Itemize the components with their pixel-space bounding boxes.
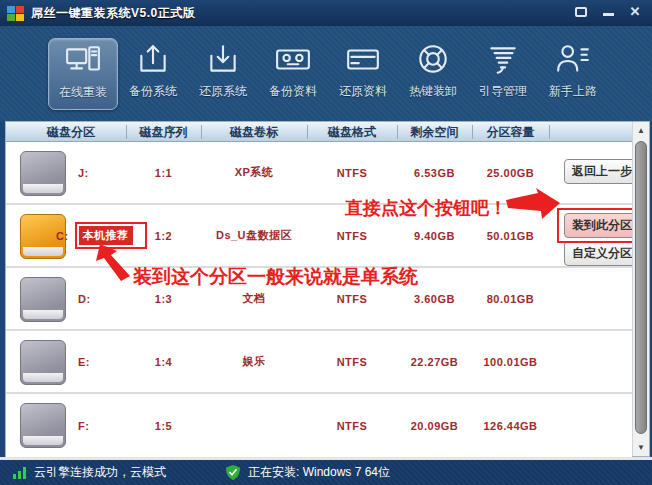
install-status-text: 正在安装: Windows 7 64位 bbox=[248, 464, 390, 481]
close-icon: ✕ bbox=[630, 5, 641, 18]
toolbar-item-label: 新手上路 bbox=[549, 83, 597, 100]
toolbar-item-label: 热键装卸 bbox=[409, 83, 457, 100]
volume-label: 娱乐 bbox=[201, 331, 307, 392]
capacity: 25.00GB bbox=[472, 142, 549, 203]
scrollbar-down-arrow[interactable]: ▼ bbox=[633, 440, 649, 455]
disk-serial: 1:5 bbox=[126, 394, 201, 457]
partition-row-e[interactable]: E: 1:4 娱乐 NTFS 22.27GB 100.01GB bbox=[6, 331, 632, 394]
signal-bars-icon bbox=[13, 467, 26, 479]
free-space: 6.53GB bbox=[397, 142, 472, 203]
disk-format: NTFS bbox=[307, 331, 397, 392]
statusbar: 云引擎连接成功，云模式 正在安装: Windows 7 64位 bbox=[0, 460, 652, 485]
cloud-status-text: 云引擎连接成功，云模式 bbox=[34, 464, 166, 481]
drive-icon bbox=[20, 403, 66, 448]
drive-icon bbox=[20, 151, 66, 196]
custom-partition-button[interactable]: 自定义分区 bbox=[564, 241, 640, 266]
minimize-button[interactable] bbox=[599, 4, 617, 19]
capacity: 50.01GB bbox=[472, 205, 549, 266]
partition-row-j[interactable]: J: 1:1 XP系统 NTFS 6.53GB 25.00GB 返回上一步 bbox=[6, 142, 632, 205]
toolbar-item-online-reinstall[interactable]: 在线重装 bbox=[48, 38, 118, 110]
close-button[interactable]: ✕ bbox=[626, 4, 644, 19]
volume-label bbox=[201, 394, 307, 457]
partition-table: 磁盘分区 磁盘序列 磁盘卷标 磁盘格式 剩余空间 分区容量 J: 1:1 XP系… bbox=[5, 121, 650, 457]
box-arrow-down-icon bbox=[205, 42, 241, 78]
disk-format: NTFS bbox=[307, 205, 397, 266]
toolbar-item-boot-manager[interactable]: 引导管理 bbox=[468, 38, 538, 110]
disk-format: NTFS bbox=[307, 394, 397, 457]
toolbar: 在线重装 备份系统 还原系统 备份资料 还原资料 bbox=[0, 26, 652, 121]
back-button[interactable]: 返回上一步 bbox=[564, 159, 640, 184]
monitor-tower-icon bbox=[65, 43, 101, 79]
toolbar-item-backup-system[interactable]: 备份系统 bbox=[118, 38, 188, 110]
toolbar-item-restore-system[interactable]: 还原系统 bbox=[188, 38, 258, 110]
toolbar-item-backup-data[interactable]: 备份资料 bbox=[258, 38, 328, 110]
box-arrow-up-icon bbox=[135, 42, 171, 78]
app-logo-icon bbox=[7, 6, 24, 21]
free-space: 3.60GB bbox=[397, 268, 472, 329]
toolbar-item-restore-data[interactable]: 还原资料 bbox=[328, 38, 398, 110]
install-to-partition-button[interactable]: 装到此分区 bbox=[564, 213, 640, 238]
capacity: 100.01GB bbox=[472, 331, 549, 392]
person-list-icon bbox=[555, 42, 591, 78]
drive-icon bbox=[20, 277, 66, 322]
toolbar-item-label: 备份资料 bbox=[269, 83, 317, 100]
volume-label: Ds_U盘数据区 bbox=[201, 205, 307, 266]
drive-card-icon bbox=[345, 42, 381, 78]
toolbar-item-label: 还原资料 bbox=[339, 83, 387, 100]
partition-row-f[interactable]: F: 1:5 NTFS 20.09GB 126.44GB bbox=[6, 394, 632, 457]
column-header: 磁盘序列 bbox=[126, 122, 201, 142]
column-header: 磁盘格式 bbox=[307, 122, 397, 142]
toolbar-item-newbie-guide[interactable]: 新手上路 bbox=[538, 38, 608, 110]
drive-icon bbox=[20, 340, 66, 385]
toolbar-item-hotkey[interactable]: 热键装卸 bbox=[398, 38, 468, 110]
skin-icon bbox=[575, 7, 587, 17]
scrollbar-thumb[interactable] bbox=[635, 141, 647, 434]
free-space: 22.27GB bbox=[397, 331, 472, 392]
volume-label: 文档 bbox=[201, 268, 307, 329]
volume-label: XP系统 bbox=[201, 142, 307, 203]
column-header: 剩余空间 bbox=[397, 122, 472, 142]
titlebar: 屌丝一键重装系统V5.0正式版 ✕ bbox=[0, 0, 652, 26]
window-title: 屌丝一键重装系统V5.0正式版 bbox=[31, 5, 195, 22]
scrollbar-up-arrow[interactable]: ▲ bbox=[633, 123, 649, 138]
disk-format: NTFS bbox=[307, 268, 397, 329]
column-header: 磁盘分区 bbox=[16, 122, 126, 142]
disk-serial: 1:4 bbox=[126, 331, 201, 392]
free-space: 20.09GB bbox=[397, 394, 472, 457]
toolbar-item-label: 在线重装 bbox=[59, 84, 107, 101]
partition-row-c[interactable]: C: 本机推荐 1:2 Ds_U盘数据区 NTFS 9.40GB 50.01GB… bbox=[6, 205, 632, 268]
disk-serial: 1:2 bbox=[126, 205, 201, 266]
shield-icon bbox=[226, 465, 240, 480]
capacity: 126.44GB bbox=[472, 394, 549, 457]
column-header: 磁盘卷标 bbox=[201, 122, 307, 142]
toolbar-item-label: 引导管理 bbox=[479, 83, 527, 100]
tornado-icon bbox=[485, 42, 521, 78]
minimize-icon bbox=[603, 13, 614, 16]
toolbar-item-label: 备份系统 bbox=[129, 83, 177, 100]
skin-button[interactable] bbox=[572, 4, 590, 19]
partition-row-d[interactable]: D: 1:3 文档 NTFS 3.60GB 80.01GB bbox=[6, 268, 632, 331]
capacity: 80.01GB bbox=[472, 268, 549, 329]
drive-letter: C: bbox=[56, 230, 69, 242]
disk-format: NTFS bbox=[307, 142, 397, 203]
cassette-icon bbox=[275, 42, 311, 78]
disk-serial: 1:1 bbox=[126, 142, 201, 203]
free-space: 9.40GB bbox=[397, 205, 472, 266]
scrollbar: ▲ ▼ bbox=[632, 122, 649, 456]
recommended-badge: 本机推荐 bbox=[79, 226, 133, 245]
toolbar-item-label: 还原系统 bbox=[199, 83, 247, 100]
disk-serial: 1:3 bbox=[126, 268, 201, 329]
app-window: 屌丝一键重装系统V5.0正式版 ✕ 在线重装 备份系统 还原系统 bbox=[0, 0, 652, 485]
lifebuoy-icon bbox=[415, 42, 451, 78]
table-header: 磁盘分区 磁盘序列 磁盘卷标 磁盘格式 剩余空间 分区容量 bbox=[6, 122, 632, 142]
column-header: 分区容量 bbox=[472, 122, 549, 142]
